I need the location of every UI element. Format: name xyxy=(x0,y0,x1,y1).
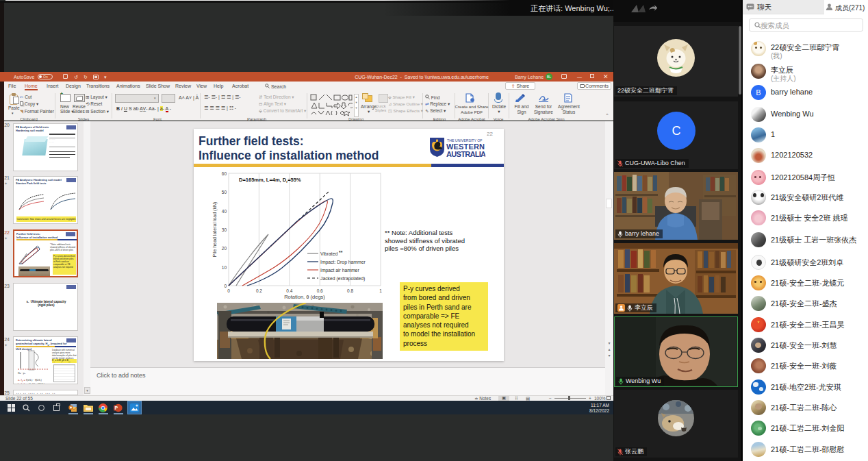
svg-text:AUSTRALIA: AUSTRALIA xyxy=(446,150,485,158)
svg-text:Jacked (extrapolated): Jacked (extrapolated) xyxy=(320,276,365,282)
svg-text:H= · p₂: H= · p₂ xyxy=(18,372,26,375)
svg-text:Rotation, θ (degs): Rotation, θ (degs) xyxy=(284,294,325,300)
svg-text:0: 0 xyxy=(227,288,230,293)
svg-text:Pile head lateral load (kN): Pile head lateral load (kN) xyxy=(212,202,218,258)
svg-text:0.2: 0.2 xyxy=(256,288,262,293)
svg-text:10: 10 xyxy=(222,265,227,270)
svg-text:50: 50 xyxy=(222,190,227,195)
svg-text:30: 30 xyxy=(222,227,227,232)
svg-text:P: P xyxy=(115,406,118,410)
svg-text:Vibrated **: Vibrated ** xyxy=(320,250,343,256)
svg-text:0.6: 0.6 xyxy=(317,288,323,293)
svg-text:40: 40 xyxy=(222,209,227,214)
svg-text:Impact: Drop hammer: Impact: Drop hammer xyxy=(320,260,366,265)
svg-text:60: 60 xyxy=(222,171,227,176)
svg-text:1: 1 xyxy=(379,288,382,293)
svg-text:0.4: 0.4 xyxy=(286,288,292,293)
svg-text:D=165mm, L=4m, Dr=55%: D=165mm, L=4m, Dr=55% xyxy=(239,177,301,184)
svg-text:0: 0 xyxy=(224,284,227,288)
svg-text:20: 20 xyxy=(222,246,227,251)
svg-text:0.8: 0.8 xyxy=(347,288,353,293)
svg-text:Impact air hammer: Impact air hammer xyxy=(320,268,359,273)
